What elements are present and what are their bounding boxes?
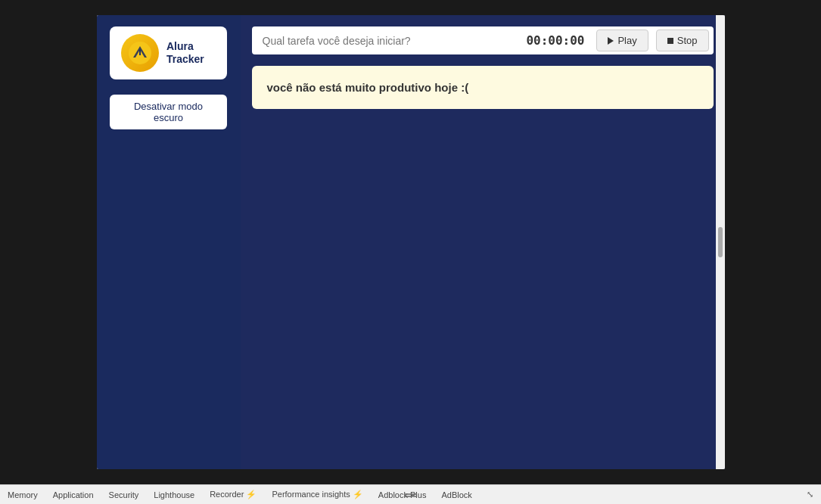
play-button[interactable]: Play (596, 30, 648, 51)
devtools-lighthouse[interactable]: Lighthouse (154, 490, 194, 499)
logo-icon (121, 34, 159, 72)
logo-line1: Alura (166, 40, 204, 53)
stop-button[interactable]: Stop (656, 30, 709, 51)
app-window: Alura Tracker Desativar modo escuro 00:0… (97, 15, 725, 469)
play-icon (608, 37, 614, 45)
logo-container: Alura Tracker (110, 26, 227, 79)
devtools-resize[interactable]: ⤡ (807, 490, 813, 499)
logo-text: Alura Tracker (166, 40, 204, 66)
stop-icon (667, 38, 673, 44)
devtools-security[interactable]: Security (109, 490, 139, 499)
main-content: 00:00:00 Play Stop você não está muito p… (241, 15, 725, 469)
logo-line2: Tracker (166, 53, 204, 66)
task-input[interactable] (257, 30, 515, 51)
dark-mode-button[interactable]: Desativar modo escuro (110, 95, 227, 129)
message-text: você não está muito produtivo hoje :( (267, 81, 698, 94)
devtools-adblock[interactable]: AdBlock (441, 490, 471, 499)
stop-label: Stop (677, 35, 698, 46)
devtools-application[interactable]: Application (53, 490, 94, 499)
devtools-performance-insights[interactable]: Performance insights ⚡ (272, 490, 362, 499)
message-card: você não está muito produtivo hoje :( (252, 66, 714, 109)
scrollbar-handle (718, 227, 723, 257)
sidebar: Alura Tracker Desativar modo escuro (97, 15, 241, 469)
top-bar: 00:00:00 Play Stop (252, 26, 714, 54)
devtools-memory[interactable]: Memory (8, 490, 38, 499)
devtools-recorder[interactable]: Recorder ⚡ (210, 490, 257, 499)
scrollbar-area[interactable] (716, 15, 725, 469)
devtools-bar: Memory Application Security Lighthouse R… (0, 484, 821, 504)
play-label: Play (617, 35, 636, 46)
browser-content: Alura Tracker Desativar modo escuro 00:0… (0, 0, 821, 484)
devtools-center-handle (403, 491, 418, 499)
timer-display: 00:00:00 (521, 33, 589, 48)
